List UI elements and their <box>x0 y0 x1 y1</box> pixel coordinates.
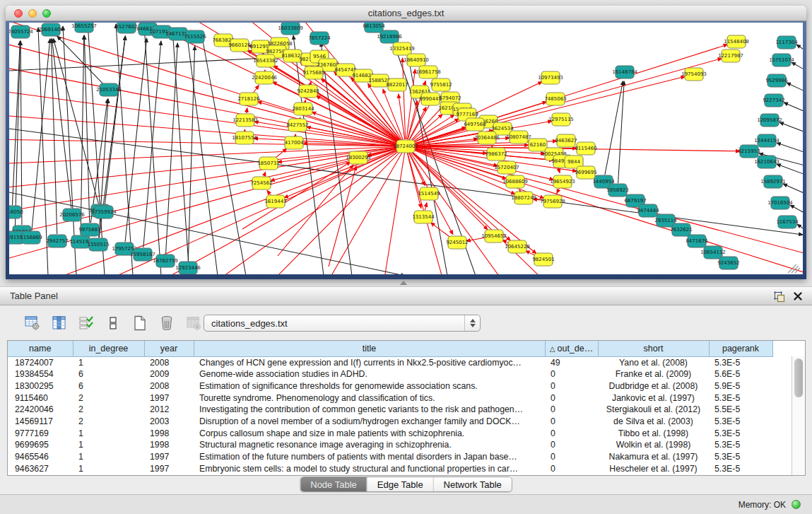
network-node[interactable]: 1514549 <box>418 187 440 200</box>
network-node[interactable]: 8427552 <box>286 119 308 132</box>
network-node[interactable]: 2942757 <box>46 235 68 247</box>
network-node[interactable]: 7485063 <box>544 93 566 105</box>
network-node[interactable]: 15892971 <box>760 175 786 188</box>
network-node[interactable]: 19654923 <box>550 175 575 188</box>
network-node[interactable]: 15751074 <box>769 54 794 66</box>
network-node[interactable]: 10645228 <box>505 240 530 253</box>
column-header-year[interactable]: year <box>144 341 194 356</box>
network-node[interactable]: 1527602 <box>115 23 137 33</box>
tab-edge-table[interactable]: Edge Table <box>367 477 434 491</box>
column-header-title[interactable]: title <box>194 341 545 356</box>
network-node[interactable]: 19754093 <box>681 68 707 81</box>
network-node[interactable]: 15720407 <box>494 161 519 174</box>
network-node[interactable]: 1619447 <box>264 195 286 208</box>
network-node[interactable]: 18724007 <box>393 140 418 153</box>
network-node[interactable]: 1167534 <box>776 216 799 228</box>
network-node[interactable]: 5958923 <box>606 184 628 197</box>
network-node[interactable]: 9175685 <box>302 66 324 79</box>
network-canvas[interactable]: 2405572420691406106552571527602846616010… <box>9 23 803 274</box>
network-node[interactable]: 9474444 <box>637 204 659 217</box>
column-visibility-icon[interactable] <box>51 315 68 332</box>
float-panel-icon[interactable] <box>774 291 785 305</box>
network-node[interactable]: 22420046 <box>252 71 277 84</box>
window-titlebar[interactable]: citations_edges.txt <box>6 6 806 21</box>
table-row[interactable]: 2242004622012Investigating the contribut… <box>8 404 792 416</box>
network-node[interactable]: 12975115 <box>548 113 574 126</box>
tab-network-table[interactable]: Network Table <box>434 477 512 491</box>
network-node[interactable]: 6497568 <box>464 118 486 131</box>
network-node[interactable]: 7632621 <box>670 223 692 236</box>
network-node[interactable]: 20364486 <box>474 132 500 144</box>
table-row[interactable]: 977716911998Corpus callosum shape and si… <box>8 428 792 440</box>
network-node[interactable]: 16782759 <box>153 255 178 267</box>
network-node[interactable]: 7857224 <box>308 32 331 45</box>
network-node[interactable]: 12444154 <box>754 134 779 147</box>
network-node[interactable]: 8471676 <box>686 235 708 247</box>
network-node[interactable]: 18107554 <box>232 132 257 144</box>
network-node[interactable]: 9243652 <box>717 257 739 269</box>
network-node[interactable]: 12213583 <box>233 114 258 127</box>
network-node[interactable]: 9975887 <box>78 223 100 236</box>
network-node[interactable]: 17016504 <box>767 197 793 209</box>
network-node[interactable]: 24055724 <box>9 25 33 38</box>
network-node[interactable]: 2803144 <box>292 103 314 115</box>
network-node[interactable]: 20206576 <box>59 209 85 221</box>
network-node[interactable]: 21053346 <box>96 83 122 96</box>
column-header-short[interactable]: short <box>598 341 709 356</box>
minimize-window-icon[interactable] <box>28 9 37 18</box>
table-row[interactable]: 911546021997Tourette syndrome. Phenomeno… <box>8 392 792 404</box>
network-node[interactable]: 16961758 <box>416 66 441 78</box>
network-node[interactable]: 13325419 <box>389 42 415 55</box>
network-node[interactable]: 18640910 <box>404 54 429 66</box>
network-node[interactable]: 79756928 <box>540 195 565 208</box>
panel-splitter[interactable] <box>0 279 812 286</box>
network-node[interactable]: 12923446 <box>175 262 201 274</box>
network-node[interactable]: 1117304 <box>775 36 798 49</box>
network-node[interactable]: 16210643 <box>754 156 779 168</box>
table-row[interactable]: 946554611997Estimation of the future num… <box>8 451 792 463</box>
network-node[interactable]: 9990443 <box>419 93 441 105</box>
network-node[interactable]: 12217987 <box>718 49 743 62</box>
table-row[interactable]: 1938455462009Genome-wide association stu… <box>8 368 792 380</box>
network-node[interactable]: 1850737 <box>257 157 279 170</box>
network-node[interactable]: 9463627 <box>555 134 577 147</box>
network-node[interactable]: 16543382 <box>253 54 278 67</box>
network-node[interactable]: 9227342 <box>763 94 784 107</box>
network-node[interactable]: 20691406 <box>38 23 64 36</box>
delete-column-icon[interactable] <box>158 315 175 332</box>
network-node[interactable]: 9660126 <box>228 39 251 52</box>
network-node[interactable]: 1156869 <box>20 231 42 244</box>
table-row[interactable]: 1830029562008Estimation of significance … <box>8 380 792 392</box>
network-node[interactable]: 11548408 <box>724 35 749 48</box>
network-node[interactable]: 9699695 <box>575 166 596 179</box>
network-node[interactable]: 62160 <box>529 139 547 151</box>
network-node[interactable]: 15958167 <box>130 248 155 261</box>
network-node[interactable]: 9115460 <box>575 142 596 155</box>
column-header-name[interactable]: name <box>8 341 73 356</box>
table-row[interactable]: 946362711997Embryonic stem cells: a mode… <box>8 463 792 475</box>
rows-icon[interactable] <box>105 315 122 332</box>
network-node[interactable]: 417004 <box>285 136 304 149</box>
network-node[interactable]: 18300295 <box>346 151 371 164</box>
network-node[interactable]: 1350515 <box>87 238 109 251</box>
close-panel-icon[interactable] <box>793 291 803 304</box>
network-node[interactable]: 16148784 <box>612 66 637 78</box>
network-node[interactable]: 17359924 <box>91 206 117 218</box>
table-row[interactable]: 1456911722003Disruption of a novel membe… <box>8 416 792 428</box>
network-node[interactable]: 7515526 <box>184 30 206 43</box>
table-row[interactable]: 969969511998Structural magnetic resonanc… <box>8 439 792 451</box>
network-node[interactable]: 9242848 <box>297 85 319 98</box>
network-node[interactable]: 7986372 <box>485 148 507 160</box>
network-node[interactable]: 8822017 <box>386 78 408 91</box>
table-mode-icon[interactable] <box>24 315 41 332</box>
table-scrollbar[interactable] <box>792 356 805 475</box>
network-node[interactable]: 16033809 <box>278 23 303 35</box>
network-node[interactable]: 10688609 <box>502 175 528 188</box>
network-node[interactable]: 8215953 <box>738 145 760 158</box>
column-header-out_de[interactable]: △out_de… <box>545 341 598 356</box>
network-node[interactable]: 10807487 <box>506 131 531 144</box>
network-node[interactable]: 9755812 <box>430 78 452 91</box>
new-table-icon[interactable] <box>131 315 148 332</box>
network-node[interactable]: 2718126 <box>237 93 260 105</box>
network-node[interactable]: 12095872 <box>757 114 782 127</box>
